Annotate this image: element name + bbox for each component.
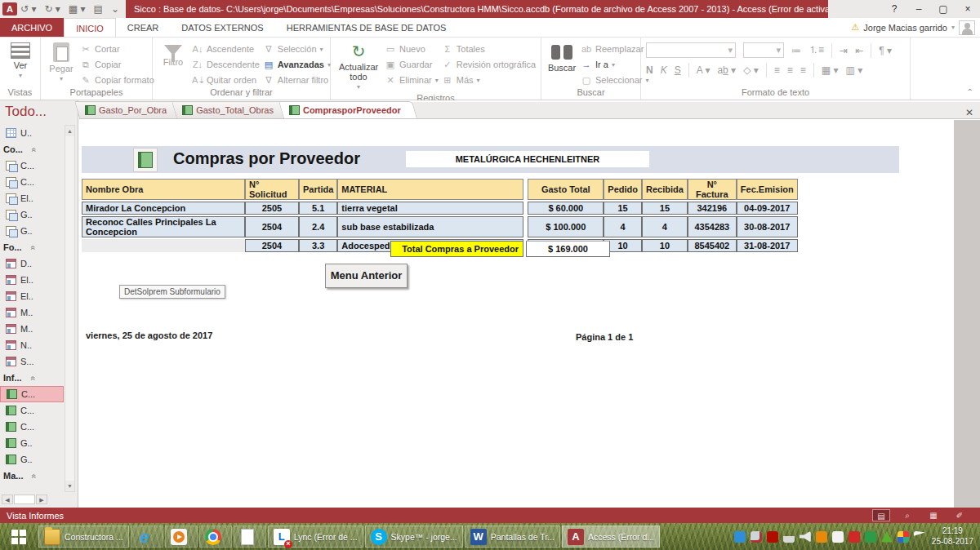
copiar-button[interactable]: ⧉Copiar	[80, 58, 154, 71]
sidebar-item-form[interactable]: M..	[0, 321, 64, 337]
quitar-orden-button[interactable]: A⇣Quitar orden	[192, 73, 260, 86]
decrease-indent-icon[interactable]: ⇤	[855, 45, 863, 56]
align-left-icon[interactable]: ≡	[774, 64, 780, 76]
scrollbar-thumb[interactable]	[14, 495, 35, 504]
underline-button[interactable]: S	[675, 64, 681, 76]
sidebar-item-report[interactable]: G..	[0, 435, 64, 451]
font-color-icon[interactable]: A ▾	[697, 64, 710, 76]
filtro-button[interactable]: Filtro	[158, 41, 189, 69]
mas-button[interactable]: ⊞Más▾	[442, 73, 536, 86]
scroll-right-icon[interactable]: ▶	[36, 495, 47, 504]
numbered-list-icon[interactable]: ⒈≡	[808, 43, 824, 57]
scroll-left-icon[interactable]: ◀	[2, 495, 13, 504]
font-size-select[interactable]: ▾	[743, 42, 784, 58]
app-grid-icon[interactable]	[898, 531, 909, 543]
actualizar-todo-button[interactable]: ↻ Actualizar todo▾	[336, 41, 381, 92]
sidebar-item-form[interactable]: El..	[0, 272, 64, 288]
datasheet-view-icon[interactable]: ▦ ▾	[69, 3, 86, 15]
seleccion-button[interactable]: ∇Selección▾	[263, 42, 331, 55]
battery-icon[interactable]	[832, 531, 844, 543]
increase-indent-icon[interactable]: ⇥	[840, 45, 848, 56]
menu-anterior-button[interactable]: Menu Anterior	[325, 264, 408, 288]
tab-archivo[interactable]: ARCHIVO	[0, 18, 64, 37]
sidebar-section-header[interactable]: Inf...«	[0, 370, 64, 386]
minimize-icon[interactable]: –	[906, 0, 931, 18]
sidebar-item-query[interactable]: El..	[0, 190, 64, 206]
network-meter-icon[interactable]	[783, 531, 795, 543]
avatar[interactable]	[959, 20, 975, 35]
document-tab[interactable]: Gasto_Total_Obras	[176, 101, 290, 118]
highlight-color-icon[interactable]: ab̲ ▾	[717, 64, 736, 76]
document-scrollbar[interactable]	[954, 120, 980, 508]
taskbar-app[interactable]: SSkype™ - jorge...	[365, 526, 463, 548]
collapse-chevron-icon[interactable]: «	[29, 375, 38, 380]
sidebar-item-form[interactable]: El..	[0, 288, 64, 304]
scroll-up-icon[interactable]: ▲	[65, 126, 74, 136]
text-direction-icon[interactable]: ¶ ▾	[879, 45, 892, 56]
antivirus-icon[interactable]	[865, 531, 876, 543]
scroll-down-icon[interactable]: ▼	[65, 481, 74, 491]
sidebar-item-report[interactable]: C...	[0, 402, 64, 419]
sidebar-item-report[interactable]: G..	[0, 451, 64, 468]
sidebar-item-form[interactable]: S...	[0, 353, 64, 370]
volume-icon[interactable]	[800, 531, 811, 543]
eliminar-button[interactable]: ✕Eliminar▾	[385, 73, 439, 86]
nav-horizontal-scrollbar[interactable]: ◀ ▶	[0, 494, 47, 505]
layout-view-icon[interactable]: ▦	[924, 509, 942, 521]
collapse-chevron-icon[interactable]: «	[29, 147, 38, 152]
taskbar-clock[interactable]: 21:19 25-08-2017	[930, 523, 980, 550]
taskbar-app[interactable]	[234, 526, 266, 548]
sidebar-section-header[interactable]: Ma...«	[0, 468, 64, 484]
bullet-list-icon[interactable]: ≔	[791, 45, 801, 56]
collapse-ribbon-icon[interactable]: ⌃	[967, 87, 973, 96]
print-preview-icon[interactable]: ⌕	[898, 509, 916, 521]
font-family-select[interactable]: ▾	[646, 42, 736, 58]
buscar-button[interactable]: Buscar	[546, 41, 577, 74]
nav-pane-title[interactable]: Todo...	[0, 100, 78, 122]
taskbar-app[interactable]: WPantallas de Tr...	[465, 526, 560, 548]
taskbar-app[interactable]: AAccess (Error d...	[562, 526, 660, 548]
adobe-reader-icon[interactable]	[767, 531, 778, 543]
sidebar-item-table[interactable]: U..	[0, 125, 64, 141]
sidebar-item-form[interactable]: D..	[0, 255, 64, 272]
sidebar-item-query[interactable]: C...	[0, 174, 64, 190]
fill-color-icon[interactable]: ◇ ▾	[743, 64, 759, 76]
alternar-filtro-button[interactable]: ∇Alternar filtro	[263, 73, 331, 86]
properties-icon[interactable]: ▤	[94, 3, 103, 15]
tab-crear[interactable]: CREAR	[116, 18, 171, 37]
document-tab[interactable]: ComprasporProveedor	[283, 101, 417, 118]
guardar-button[interactable]: ▣Guardar	[385, 58, 439, 71]
close-icon[interactable]: ×	[956, 0, 980, 18]
download-manager-icon[interactable]	[881, 531, 893, 543]
collapse-chevron-icon[interactable]: «	[29, 245, 38, 250]
start-button[interactable]	[0, 523, 38, 550]
italic-button[interactable]: K	[661, 64, 667, 76]
tab-herramientas[interactable]: HERRAMIENTAS DE BASE DE DATOS	[275, 18, 458, 37]
tab-inicio[interactable]: INICIO	[64, 18, 116, 37]
sidebar-item-query[interactable]: G..	[0, 223, 64, 239]
sidebar-item-query[interactable]: C...	[0, 157, 64, 174]
ascendente-button[interactable]: A↓Ascendente	[192, 42, 260, 55]
design-view-icon[interactable]: ✐	[951, 509, 969, 521]
app-orange-icon[interactable]	[816, 531, 827, 543]
user-account[interactable]: ⚠ Jorge Macias garrido ▾	[851, 18, 980, 37]
close-document-icon[interactable]: ✕	[965, 107, 980, 118]
recorder-icon[interactable]	[849, 531, 860, 543]
sync-icon[interactable]	[734, 531, 746, 543]
reemplazar-button[interactable]: abReemplazar	[581, 42, 649, 55]
help-icon[interactable]: ?	[882, 0, 906, 18]
sidebar-section-header[interactable]: Co...«	[0, 141, 64, 157]
bold-button[interactable]: N	[646, 64, 653, 76]
revision-button[interactable]: ✓Revisión ortográfica	[442, 58, 536, 71]
avanzadas-button[interactable]: ▤Avanzadas▾	[263, 58, 331, 71]
report-view-icon[interactable]: ▤	[872, 509, 890, 521]
seleccionar-button[interactable]: ▢Seleccionar▾	[581, 73, 649, 86]
sidebar-item-form[interactable]: N..	[0, 337, 64, 353]
totales-button[interactable]: ΣTotales	[442, 42, 536, 55]
align-right-icon[interactable]: ≡	[800, 64, 806, 76]
sidebar-section-header[interactable]: Fo...«	[0, 239, 64, 255]
taskbar-app[interactable]: e	[131, 526, 163, 548]
nav-vertical-scrollbar[interactable]: ▲ ▼	[65, 125, 75, 492]
descendente-button[interactable]: Z↓Descendente	[192, 58, 260, 71]
taskbar-app[interactable]: Constructora ...	[38, 526, 129, 548]
